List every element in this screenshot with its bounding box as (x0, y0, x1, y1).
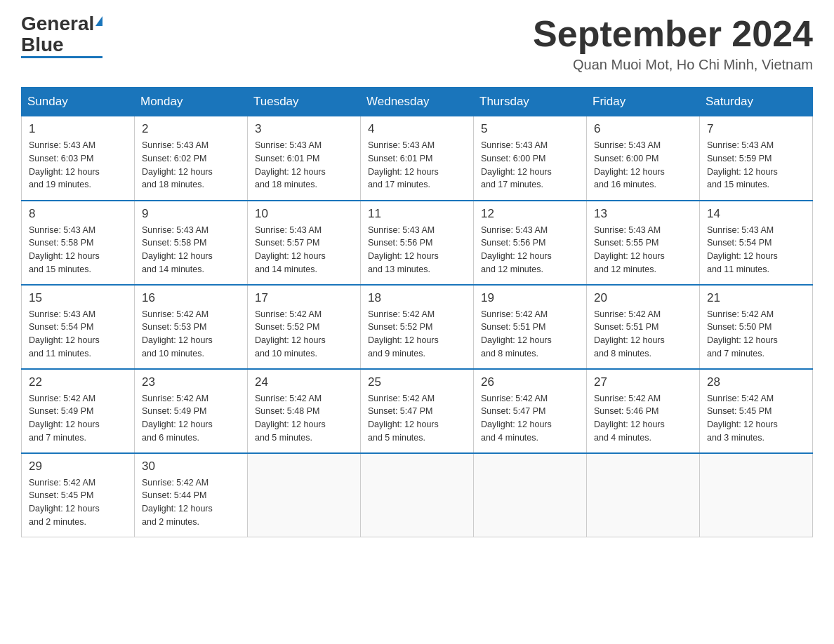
calendar-cell: 13Sunrise: 5:43 AMSunset: 5:55 PMDayligh… (587, 201, 700, 285)
day-info: Sunrise: 5:42 AMSunset: 5:51 PMDaylight:… (481, 308, 579, 361)
calendar-cell: 23Sunrise: 5:42 AMSunset: 5:49 PMDayligh… (135, 369, 248, 453)
day-number: 15 (29, 291, 127, 305)
day-number: 11 (368, 207, 466, 221)
day-number: 26 (481, 375, 579, 389)
calendar-cell: 24Sunrise: 5:42 AMSunset: 5:48 PMDayligh… (248, 369, 361, 453)
day-info: Sunrise: 5:42 AMSunset: 5:44 PMDaylight:… (142, 476, 240, 529)
day-info: Sunrise: 5:43 AMSunset: 5:54 PMDaylight:… (29, 308, 127, 361)
logo-text-general: General (21, 14, 94, 34)
day-number: 6 (594, 122, 692, 136)
calendar-cell: 14Sunrise: 5:43 AMSunset: 5:54 PMDayligh… (700, 201, 813, 285)
day-number: 29 (29, 459, 127, 474)
day-number: 13 (594, 207, 692, 221)
header-monday: Monday (135, 88, 248, 116)
day-number: 3 (255, 122, 353, 136)
day-number: 2 (142, 122, 240, 136)
day-number: 9 (142, 207, 240, 221)
day-info: Sunrise: 5:43 AMSunset: 5:59 PMDaylight:… (707, 139, 805, 192)
day-number: 1 (29, 122, 127, 136)
calendar-week-row-3: 15Sunrise: 5:43 AMSunset: 5:54 PMDayligh… (22, 285, 813, 369)
calendar-week-row-2: 8Sunrise: 5:43 AMSunset: 5:58 PMDaylight… (22, 201, 813, 285)
day-number: 10 (255, 207, 353, 221)
calendar-cell: 8Sunrise: 5:43 AMSunset: 5:58 PMDaylight… (22, 201, 135, 285)
day-number: 25 (368, 375, 466, 389)
day-number: 27 (594, 375, 692, 389)
day-info: Sunrise: 5:43 AMSunset: 6:01 PMDaylight:… (255, 139, 353, 192)
calendar-cell: 16Sunrise: 5:42 AMSunset: 5:53 PMDayligh… (135, 285, 248, 369)
calendar-cell: 11Sunrise: 5:43 AMSunset: 5:56 PMDayligh… (361, 201, 474, 285)
header-thursday: Thursday (474, 88, 587, 116)
calendar-cell: 12Sunrise: 5:43 AMSunset: 5:56 PMDayligh… (474, 201, 587, 285)
calendar-cell (248, 453, 361, 537)
calendar-week-row-1: 1Sunrise: 5:43 AMSunset: 6:03 PMDaylight… (22, 116, 813, 201)
page-header: General Blue September 2024 Quan Muoi Mo… (21, 14, 813, 73)
day-info: Sunrise: 5:42 AMSunset: 5:52 PMDaylight:… (368, 308, 466, 361)
calendar-cell: 22Sunrise: 5:42 AMSunset: 5:49 PMDayligh… (22, 369, 135, 453)
day-info: Sunrise: 5:43 AMSunset: 6:02 PMDaylight:… (142, 139, 240, 192)
day-number: 5 (481, 122, 579, 136)
day-info: Sunrise: 5:43 AMSunset: 6:00 PMDaylight:… (481, 139, 579, 192)
calendar-cell: 4Sunrise: 5:43 AMSunset: 6:01 PMDaylight… (361, 116, 474, 201)
calendar-cell: 17Sunrise: 5:42 AMSunset: 5:52 PMDayligh… (248, 285, 361, 369)
calendar-cell: 9Sunrise: 5:43 AMSunset: 5:58 PMDaylight… (135, 201, 248, 285)
location-subtitle: Quan Muoi Mot, Ho Chi Minh, Vietnam (533, 57, 813, 73)
calendar-week-row-5: 29Sunrise: 5:42 AMSunset: 5:45 PMDayligh… (22, 453, 813, 537)
day-number: 16 (142, 291, 240, 305)
month-title: September 2024 (533, 14, 813, 54)
logo-underline (21, 56, 102, 58)
day-number: 28 (707, 375, 805, 389)
day-info: Sunrise: 5:42 AMSunset: 5:47 PMDaylight:… (481, 392, 579, 445)
calendar-cell: 18Sunrise: 5:42 AMSunset: 5:52 PMDayligh… (361, 285, 474, 369)
day-number: 8 (29, 207, 127, 221)
calendar-cell: 28Sunrise: 5:42 AMSunset: 5:45 PMDayligh… (700, 369, 813, 453)
day-info: Sunrise: 5:42 AMSunset: 5:47 PMDaylight:… (368, 392, 466, 445)
day-info: Sunrise: 5:42 AMSunset: 5:49 PMDaylight:… (29, 392, 127, 445)
day-number: 19 (481, 291, 579, 305)
day-info: Sunrise: 5:43 AMSunset: 5:57 PMDaylight:… (255, 224, 353, 276)
day-info: Sunrise: 5:43 AMSunset: 5:55 PMDaylight:… (594, 224, 692, 276)
day-info: Sunrise: 5:42 AMSunset: 5:51 PMDaylight:… (594, 308, 692, 361)
calendar-cell: 6Sunrise: 5:43 AMSunset: 6:00 PMDaylight… (587, 116, 700, 201)
day-info: Sunrise: 5:43 AMSunset: 5:58 PMDaylight:… (142, 224, 240, 276)
header-friday: Friday (587, 88, 700, 116)
logo-triangle-icon (95, 16, 102, 26)
day-info: Sunrise: 5:42 AMSunset: 5:52 PMDaylight:… (255, 308, 353, 361)
day-number: 23 (142, 375, 240, 389)
calendar-header-row: Sunday Monday Tuesday Wednesday Thursday… (22, 88, 813, 116)
title-section: September 2024 Quan Muoi Mot, Ho Chi Min… (533, 14, 813, 73)
day-number: 30 (142, 459, 240, 474)
day-info: Sunrise: 5:42 AMSunset: 5:50 PMDaylight:… (707, 308, 805, 361)
calendar-cell (474, 453, 587, 537)
day-number: 18 (368, 291, 466, 305)
calendar-cell: 7Sunrise: 5:43 AMSunset: 5:59 PMDaylight… (700, 116, 813, 201)
day-info: Sunrise: 5:42 AMSunset: 5:45 PMDaylight:… (29, 476, 127, 529)
day-number: 20 (594, 291, 692, 305)
calendar-cell: 5Sunrise: 5:43 AMSunset: 6:00 PMDaylight… (474, 116, 587, 201)
day-info: Sunrise: 5:42 AMSunset: 5:48 PMDaylight:… (255, 392, 353, 445)
calendar-cell (700, 453, 813, 537)
day-number: 24 (255, 375, 353, 389)
calendar-cell: 10Sunrise: 5:43 AMSunset: 5:57 PMDayligh… (248, 201, 361, 285)
calendar-cell: 1Sunrise: 5:43 AMSunset: 6:03 PMDaylight… (22, 116, 135, 201)
day-number: 7 (707, 122, 805, 136)
calendar-cell: 21Sunrise: 5:42 AMSunset: 5:50 PMDayligh… (700, 285, 813, 369)
day-number: 14 (707, 207, 805, 221)
day-info: Sunrise: 5:43 AMSunset: 5:54 PMDaylight:… (707, 224, 805, 276)
calendar-week-row-4: 22Sunrise: 5:42 AMSunset: 5:49 PMDayligh… (22, 369, 813, 453)
day-info: Sunrise: 5:42 AMSunset: 5:45 PMDaylight:… (707, 392, 805, 445)
calendar-table: Sunday Monday Tuesday Wednesday Thursday… (21, 87, 813, 537)
calendar-cell: 15Sunrise: 5:43 AMSunset: 5:54 PMDayligh… (22, 285, 135, 369)
day-info: Sunrise: 5:43 AMSunset: 6:03 PMDaylight:… (29, 139, 127, 192)
calendar-cell: 19Sunrise: 5:42 AMSunset: 5:51 PMDayligh… (474, 285, 587, 369)
day-info: Sunrise: 5:43 AMSunset: 5:56 PMDaylight:… (368, 224, 466, 276)
logo: General Blue (21, 14, 102, 58)
calendar-cell: 27Sunrise: 5:42 AMSunset: 5:46 PMDayligh… (587, 369, 700, 453)
day-info: Sunrise: 5:42 AMSunset: 5:49 PMDaylight:… (142, 392, 240, 445)
calendar-cell (587, 453, 700, 537)
header-tuesday: Tuesday (248, 88, 361, 116)
day-number: 22 (29, 375, 127, 389)
header-wednesday: Wednesday (361, 88, 474, 116)
calendar-cell: 26Sunrise: 5:42 AMSunset: 5:47 PMDayligh… (474, 369, 587, 453)
day-number: 17 (255, 291, 353, 305)
calendar-cell: 30Sunrise: 5:42 AMSunset: 5:44 PMDayligh… (135, 453, 248, 537)
